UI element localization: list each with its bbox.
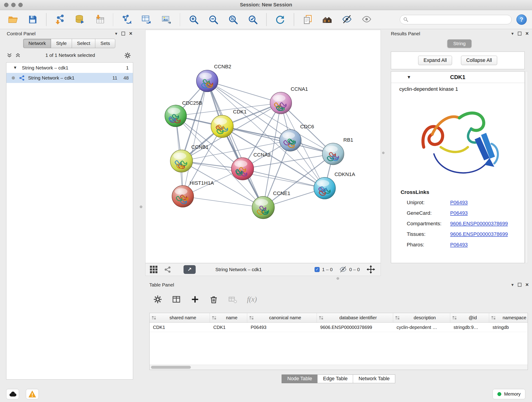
- network-node-cdkn1a[interactable]: [314, 177, 336, 199]
- zoom-in-button[interactable]: [186, 12, 201, 27]
- collapse-all-icon[interactable]: [7, 53, 12, 58]
- column-header[interactable]: namespace: [489, 313, 528, 322]
- vertical-splitter-handle[interactable]: [382, 152, 385, 154]
- import-network-file-button[interactable]: [52, 12, 67, 27]
- node-table[interactable]: shared name name canonical name database…: [149, 313, 528, 370]
- panel-menu-icon[interactable]: ▾: [511, 32, 514, 36]
- panel-menu-icon[interactable]: ▾: [115, 32, 117, 36]
- show-all-button[interactable]: [359, 12, 374, 27]
- grid-view-icon[interactable]: [150, 265, 158, 274]
- add-column-plus-icon[interactable]: [191, 295, 200, 304]
- table-settings-gear-icon[interactable]: [153, 295, 162, 304]
- column-header[interactable]: @id: [450, 313, 489, 322]
- vertical-splitter-handle[interactable]: [140, 206, 142, 208]
- cloud-status-button[interactable]: [6, 389, 19, 399]
- tab-select[interactable]: Select: [72, 39, 95, 48]
- scrollbar-thumb[interactable]: [151, 366, 191, 369]
- collapse-section-icon[interactable]: ▼: [407, 75, 411, 80]
- network-node-cdc25b[interactable]: [165, 105, 186, 127]
- table-cell[interactable]: cyclin-dependent …: [393, 323, 450, 332]
- refresh-view-button[interactable]: [273, 12, 288, 27]
- panel-menu-icon[interactable]: ▾: [511, 283, 514, 287]
- horizontal-splitter-handle[interactable]: [336, 277, 339, 280]
- crosslink-link[interactable]: 9606.ENSP00000378699: [450, 231, 525, 237]
- crosslink-link[interactable]: P06493: [450, 210, 525, 216]
- export-image-button[interactable]: [159, 12, 174, 27]
- close-panel-icon[interactable]: ×: [526, 282, 529, 288]
- gene-card-header[interactable]: ▼ CDK1: [391, 71, 525, 83]
- float-panel-icon[interactable]: [121, 32, 125, 35]
- crosslink-link[interactable]: P06493: [450, 242, 525, 248]
- network-row-selected[interactable]: String Network – cdk1 11 48: [6, 73, 133, 83]
- open-session-button[interactable]: [6, 12, 20, 27]
- share-network-icon[interactable]: [164, 266, 171, 274]
- tab-network-table[interactable]: Network Table: [353, 375, 395, 383]
- show-columns-icon[interactable]: [172, 295, 181, 304]
- results-panel-title: Results Panel: [391, 31, 420, 36]
- network-node-ccnb2[interactable]: [196, 70, 218, 92]
- horizontal-scrollbar[interactable]: [150, 365, 528, 370]
- float-panel-icon[interactable]: [518, 32, 521, 35]
- gear-icon[interactable]: [124, 52, 131, 59]
- tab-network[interactable]: Network: [23, 39, 51, 48]
- pan-crosshair-icon[interactable]: [367, 265, 375, 274]
- column-header[interactable]: shared name: [150, 313, 210, 322]
- table-cell[interactable]: stringdb: [489, 323, 528, 332]
- delete-column-trash-icon[interactable]: [209, 295, 218, 304]
- float-panel-icon[interactable]: [518, 283, 521, 287]
- network-node-hist1h1a[interactable]: [172, 186, 194, 207]
- expand-all-button[interactable]: Expand All: [418, 56, 452, 65]
- network-node-rb1[interactable]: [322, 143, 344, 165]
- network-node-ccna1[interactable]: [270, 92, 292, 114]
- network-node-ccne1[interactable]: [252, 196, 274, 219]
- selection-checkbox[interactable]: ✓: [315, 267, 320, 272]
- table-row[interactable]: CDK1 CDK1 P06493 9606.ENSP00000378699 cy…: [150, 323, 528, 332]
- string-tab[interactable]: String: [447, 39, 471, 48]
- column-header[interactable]: canonical name: [247, 313, 317, 322]
- tab-style[interactable]: Style: [51, 39, 72, 48]
- tab-sets[interactable]: Sets: [95, 39, 115, 48]
- close-panel-icon[interactable]: ×: [526, 31, 529, 36]
- network-canvas[interactable]: CCNB2CCNA1CDC25BCDK1CDC6RB1CCNB1CCNA2CDK…: [145, 30, 381, 263]
- table-cell[interactable]: CDK1: [150, 323, 210, 332]
- crosslink-link[interactable]: 9606.ENSP00000378699: [450, 221, 525, 227]
- table-cell[interactable]: stringdb:9…: [450, 323, 489, 332]
- save-session-button[interactable]: [25, 12, 40, 27]
- results-scrollbar[interactable]: [525, 71, 528, 263]
- tree-expand-icon[interactable]: ▼: [13, 65, 17, 70]
- search-field[interactable]: [400, 15, 512, 24]
- import-network-database-button[interactable]: [72, 12, 87, 27]
- zoom-out-button[interactable]: [206, 12, 221, 27]
- help-button[interactable]: ?: [516, 14, 526, 25]
- hide-selected-button[interactable]: [340, 12, 355, 27]
- network-node-ccna2[interactable]: [231, 158, 254, 180]
- table-cell[interactable]: CDK1: [210, 323, 247, 332]
- network-overview-button[interactable]: [320, 12, 335, 27]
- open-view-button[interactable]: ↗: [184, 265, 196, 274]
- expand-all-icon[interactable]: [15, 53, 20, 58]
- tab-node-table[interactable]: Node Table: [282, 375, 318, 383]
- zoom-selected-button[interactable]: [245, 12, 260, 27]
- collapse-all-button[interactable]: Collapse All: [461, 56, 497, 65]
- memory-status-button[interactable]: Memory: [493, 389, 525, 399]
- table-cell[interactable]: 9606.ENSP00000378699: [317, 323, 393, 332]
- network-graph[interactable]: CCNB2CCNA1CDC25BCDK1CDC6RB1CCNB1CCNA2CDK…: [146, 30, 381, 263]
- new-network-from-selection-button[interactable]: [119, 12, 134, 27]
- tab-edge-table[interactable]: Edge Table: [317, 375, 353, 383]
- network-node-cdk1[interactable]: [211, 115, 234, 138]
- column-header[interactable]: name: [210, 313, 247, 322]
- crosslink-link[interactable]: P06493: [450, 200, 525, 206]
- clipboard-button[interactable]: [300, 12, 315, 27]
- network-collection-row[interactable]: ▼ String Network – cdk1 1: [6, 63, 133, 73]
- network-node-cdc6[interactable]: [279, 129, 301, 151]
- export-table-button[interactable]: [139, 12, 154, 27]
- warning-status-button[interactable]: [26, 389, 39, 399]
- column-header[interactable]: description: [393, 313, 450, 322]
- table-cell[interactable]: P06493: [247, 323, 317, 332]
- import-table-button[interactable]: [92, 12, 107, 27]
- search-input[interactable]: [409, 17, 508, 22]
- column-header[interactable]: database identifier: [317, 313, 393, 322]
- network-node-ccnb1[interactable]: [170, 150, 193, 172]
- close-panel-icon[interactable]: ×: [129, 31, 133, 36]
- zoom-fit-button[interactable]: [226, 12, 241, 27]
